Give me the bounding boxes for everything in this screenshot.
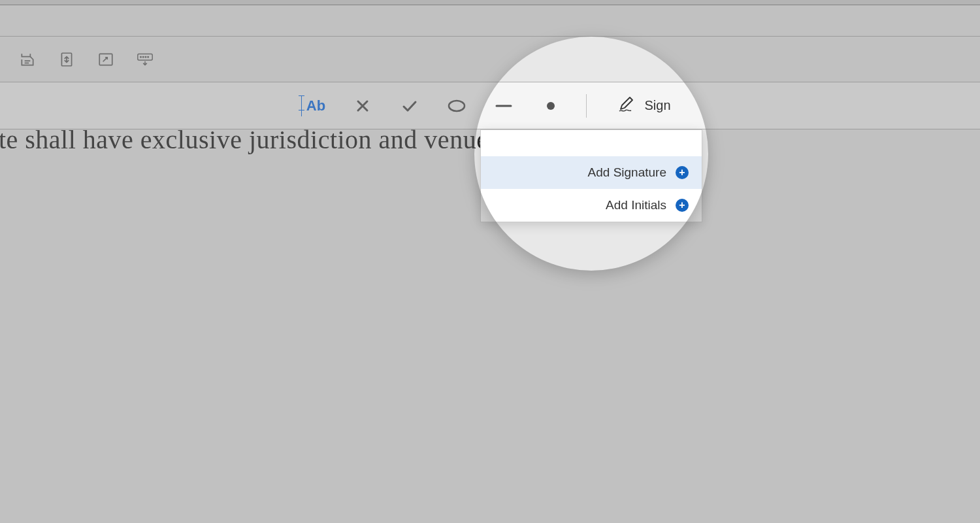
circle-tool[interactable]: [445, 94, 468, 118]
sign-pen-icon: [615, 95, 636, 116]
document-body-text: state shall have exclusive jurisdiction …: [0, 124, 488, 155]
plus-icon: +: [676, 166, 689, 179]
fill-sign-toolbar: Ab Sign: [0, 82, 980, 129]
svg-point-4: [142, 56, 143, 57]
fullscreen-icon[interactable]: [97, 50, 115, 69]
dot-tool[interactable]: [539, 94, 563, 118]
add-signature-label: Add Signature: [588, 165, 666, 180]
add-text-tool[interactable]: Ab: [304, 94, 327, 118]
sign-button[interactable]: Sign: [610, 95, 676, 116]
window-top-edge: [0, 0, 980, 5]
cross-mark-tool[interactable]: [351, 94, 374, 118]
line-tool[interactable]: [492, 94, 515, 118]
main-toolbar: [0, 5, 980, 37]
fit-page-icon[interactable]: [57, 50, 76, 69]
keyboard-down-icon[interactable]: [136, 50, 154, 69]
dropdown-header-space: [481, 130, 702, 156]
svg-point-3: [140, 56, 141, 57]
svg-point-6: [148, 56, 148, 57]
add-initials-label: Add Initials: [606, 198, 666, 212]
save-icon[interactable]: [18, 50, 37, 69]
add-signature-item[interactable]: Add Signature +: [481, 156, 702, 189]
check-mark-tool[interactable]: [398, 94, 421, 118]
add-initials-item[interactable]: Add Initials +: [481, 189, 702, 222]
plus-icon: +: [676, 199, 689, 212]
sign-label: Sign: [644, 98, 670, 113]
svg-point-7: [449, 101, 465, 111]
sign-dropdown-menu: Add Signature + Add Initials +: [480, 129, 702, 222]
svg-point-5: [145, 56, 146, 57]
toolbar-divider: [586, 94, 587, 118]
view-toolbar: [0, 37, 980, 82]
svg-point-8: [547, 102, 555, 110]
